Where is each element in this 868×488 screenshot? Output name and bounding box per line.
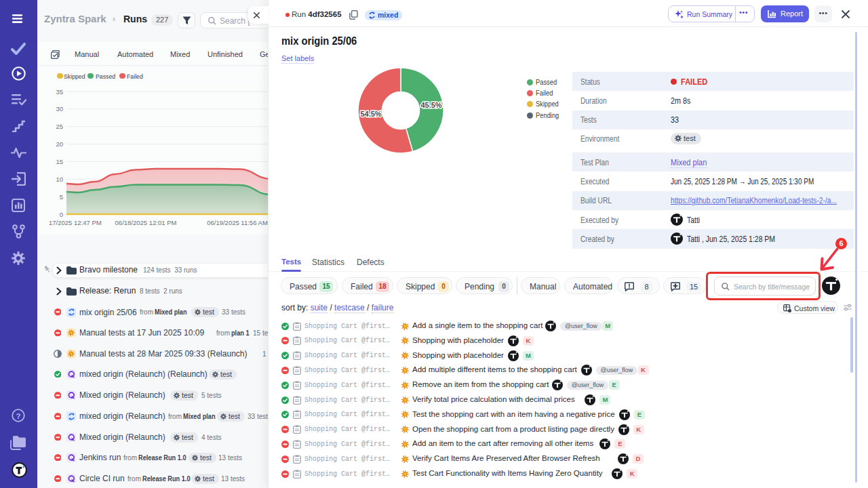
svg-text:17/2025 12:47 PM: 17/2025 12:47 PM — [49, 219, 102, 226]
svg-text:30: 30 — [56, 105, 63, 113]
svg-text:45.5%: 45.5% — [420, 101, 441, 109]
svg-text:5: 5 — [60, 193, 63, 201]
svg-text:10: 10 — [56, 176, 63, 183]
svg-text:20: 20 — [56, 140, 63, 148]
svg-text:35: 35 — [56, 88, 63, 96]
svg-text:06/18/2025 12:01 PM: 06/18/2025 12:01 PM — [115, 219, 177, 226]
svg-text:0: 0 — [60, 211, 63, 218]
svg-text:?: ? — [16, 412, 20, 420]
svg-text:54.5%: 54.5% — [360, 110, 381, 118]
svg-text:06/19/2025 11:56 AM: 06/19/2025 11:56 AM — [207, 219, 268, 226]
svg-text:15: 15 — [56, 158, 63, 165]
svg-text:25: 25 — [56, 123, 63, 130]
